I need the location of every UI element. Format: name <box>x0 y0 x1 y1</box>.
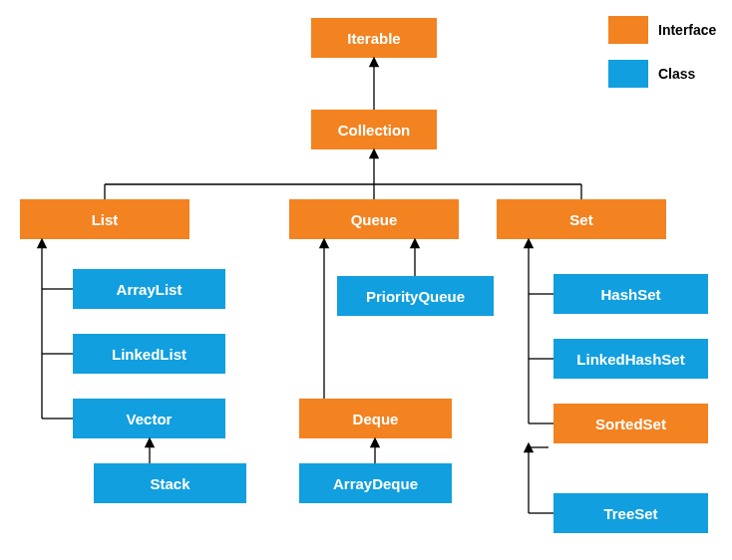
node-queue: Queue <box>289 199 459 239</box>
node-vector: Vector <box>73 399 225 438</box>
node-label: Stack <box>150 475 189 492</box>
legend-interface-label: Interface <box>658 22 716 38</box>
node-label: LinkedList <box>112 346 186 363</box>
node-label: Collection <box>338 122 411 139</box>
node-deque: Deque <box>299 399 452 438</box>
node-label: HashSet <box>600 286 660 303</box>
node-iterable: Iterable <box>311 18 437 58</box>
legend-interface-swatch <box>608 16 648 44</box>
node-collection: Collection <box>311 110 437 149</box>
node-arraylist: ArrayList <box>73 269 225 309</box>
node-linkedlist: LinkedList <box>73 334 225 374</box>
node-label: Iterable <box>347 30 400 47</box>
node-priorityqueue: PriorityQueue <box>337 276 494 316</box>
node-stack: Stack <box>94 463 246 503</box>
node-label: SortedSet <box>595 416 666 432</box>
node-treeset: TreeSet <box>553 493 708 533</box>
node-list: List <box>20 199 189 239</box>
node-label: List <box>92 211 119 228</box>
node-label: Deque <box>353 411 399 427</box>
node-hashset: HashSet <box>553 274 708 314</box>
node-label: Vector <box>127 411 173 427</box>
node-sortedset: SortedSet <box>553 404 708 443</box>
node-set: Set <box>497 199 666 239</box>
node-label: PriorityQueue <box>366 288 465 305</box>
node-label: Queue <box>351 211 398 228</box>
node-label: LinkedHashSet <box>576 351 684 368</box>
legend-class-swatch <box>608 60 648 88</box>
node-arraydeque: ArrayDeque <box>299 463 452 503</box>
node-linkedhashset: LinkedHashSet <box>553 339 708 379</box>
legend-class-label: Class <box>658 66 695 82</box>
node-label: ArrayList <box>117 281 183 298</box>
node-label: Set <box>569 211 592 228</box>
node-label: ArrayDeque <box>333 475 418 492</box>
node-label: TreeSet <box>603 505 657 522</box>
